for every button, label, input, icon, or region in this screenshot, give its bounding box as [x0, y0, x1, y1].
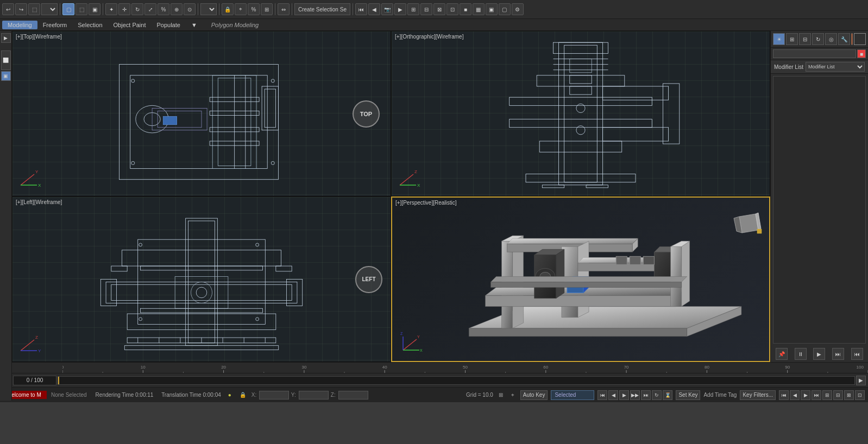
viewport-perspective-axes: Y X Z: [398, 328, 425, 356]
render-scene-btn[interactable]: ▢: [499, 3, 511, 15]
render-frame-btn[interactable]: ▣: [486, 3, 498, 15]
viewport-ortho[interactable]: [+][Orthographic][Wireframe]: [391, 31, 770, 196]
tl-right-arrow[interactable]: ▶: [856, 376, 866, 385]
percent-snap-btn[interactable]: %: [248, 3, 260, 15]
menu-modeling[interactable]: Modeling: [2, 21, 37, 29]
extra-btn[interactable]: ⚙: [512, 3, 524, 15]
extra-anim-5[interactable]: ⊞: [822, 390, 832, 400]
modifier-list-dropdown[interactable]: Modifier List: [806, 62, 865, 72]
menu-freeform[interactable]: Freeform: [37, 21, 73, 29]
window-crossing-btn[interactable]: ▣: [89, 3, 100, 15]
region-select-btn[interactable]: ⬚: [76, 3, 87, 15]
rp-color2-icon[interactable]: [854, 33, 866, 45]
z-label: Z:: [331, 392, 337, 398]
lt-box1-btn[interactable]: ⬜: [1, 50, 11, 70]
extra-anim-3[interactable]: ▶: [801, 390, 810, 400]
menu-selection[interactable]: Selection: [72, 21, 108, 29]
view-render-btn[interactable]: ⊠: [433, 3, 445, 15]
ml-pin-btn[interactable]: 📌: [776, 348, 788, 360]
select-filter-btn[interactable]: ✦: [105, 3, 117, 15]
render-set-btn[interactable]: ⊡: [446, 3, 458, 15]
lt-box2-btn[interactable]: ▣: [1, 71, 11, 81]
set-key-btn[interactable]: Set Key: [676, 390, 700, 400]
right-panel-icons: ☀ ⊞ ⊟ ↻ ◎ 🔧: [771, 31, 868, 48]
rotate-btn[interactable]: ↻: [131, 3, 143, 15]
svg-rect-29: [510, 97, 652, 105]
svg-text:50: 50: [463, 365, 468, 370]
extra-anim-2[interactable]: ◀: [790, 390, 800, 400]
viewport-left[interactable]: [+][Left][Wireframe]: [12, 196, 391, 362]
spinner-snap-btn[interactable]: ⊞: [261, 3, 273, 15]
play-first-btn[interactable]: ⏮: [355, 3, 367, 15]
y-input[interactable]: [299, 391, 329, 399]
color-swatch[interactable]: [851, 33, 853, 45]
extra-anim-6[interactable]: ⊟: [833, 390, 843, 400]
translation-time-label: Translation Time 0:00:04: [161, 392, 221, 398]
menu-object-paint[interactable]: Object Paint: [108, 21, 152, 29]
angle-snap-btn[interactable]: ⌖: [235, 3, 247, 15]
rp-display-icon[interactable]: ◎: [825, 33, 837, 45]
grid-icon[interactable]: ⊞: [496, 391, 505, 399]
render3-btn[interactable]: ⊟: [420, 3, 432, 15]
timeline-track[interactable]: [58, 376, 855, 385]
render-btn[interactable]: ▶: [394, 3, 406, 15]
render2-btn[interactable]: ⊞: [407, 3, 419, 15]
modifier-list-buttons: 📌 ⏸ ▶ ⏭ ⏮: [771, 346, 868, 362]
show-mats-btn[interactable]: ▦: [473, 3, 485, 15]
anim-last-btn[interactable]: ⏭: [641, 390, 651, 400]
mats-btn[interactable]: ■: [460, 3, 471, 15]
color-input[interactable]: [773, 49, 856, 58]
ml-delete-btn[interactable]: ⏮: [851, 348, 863, 360]
auto-key-btn[interactable]: Auto Key: [520, 390, 548, 400]
rp-light-icon[interactable]: ☀: [773, 33, 785, 45]
filter-dropdown[interactable]: All: [41, 3, 58, 15]
anim-first-btn[interactable]: ⏮: [597, 390, 607, 400]
rp-utility-icon[interactable]: 🔧: [838, 33, 850, 45]
ml-collapse-btn[interactable]: ⏭: [832, 348, 844, 360]
x-input[interactable]: [259, 391, 289, 399]
play-prev-btn[interactable]: ◀: [368, 3, 380, 15]
menu-extra-dropdown[interactable]: ▼: [186, 21, 203, 29]
anim-time-btn[interactable]: ⌛: [663, 390, 672, 400]
frame-counter[interactable]: 0 / 100: [13, 376, 56, 385]
z-input[interactable]: [338, 391, 368, 399]
svg-text:Z: Z: [414, 169, 417, 174]
bulb-icon[interactable]: ●: [225, 391, 234, 399]
percent-btn[interactable]: %: [158, 3, 169, 15]
view-dropdown[interactable]: View: [200, 3, 217, 15]
rp-motion-icon[interactable]: ↻: [812, 33, 824, 45]
scene-icon[interactable]: ⬚: [28, 3, 40, 15]
nav-cube[interactable]: [731, 208, 764, 241]
extra-anim-4[interactable]: ⏭: [812, 390, 821, 400]
scale-btn[interactable]: ⤢: [144, 3, 156, 15]
ref-coord-btn[interactable]: ⊕: [171, 3, 183, 15]
menu-populate[interactable]: Populate: [151, 21, 185, 29]
magnet-icon[interactable]: ⌖: [508, 391, 517, 399]
viewport-top[interactable]: [+][Top][Wireframe]: [12, 31, 391, 196]
camera-btn[interactable]: 📷: [381, 3, 393, 15]
create-selection-btn[interactable]: Create Selection Se: [294, 3, 350, 15]
rp-hierarchy-icon[interactable]: ⊟: [799, 33, 811, 45]
viewport-perspective[interactable]: [+][Perspective][Realistic]: [391, 196, 770, 362]
mirror-btn[interactable]: ⇔: [278, 3, 290, 15]
extra-anim-8[interactable]: ⊡: [855, 390, 865, 400]
rp-modifier-icon[interactable]: ⊞: [786, 33, 798, 45]
anim-loop-btn[interactable]: ↻: [652, 390, 662, 400]
key-filters-btn[interactable]: Key Filters...: [740, 390, 776, 400]
ml-copy-btn[interactable]: ⏸: [795, 348, 807, 360]
select-btn[interactable]: ▢: [62, 3, 74, 15]
lt-play-btn[interactable]: ▶: [1, 33, 11, 43]
lock-icon[interactable]: 🔒: [238, 391, 247, 399]
move-btn[interactable]: ✛: [118, 3, 130, 15]
redo-btn[interactable]: ↪: [15, 3, 27, 15]
extra-anim-7[interactable]: ⊠: [844, 390, 854, 400]
anim-play-btn[interactable]: ▶: [619, 390, 629, 400]
snap-btn[interactable]: 🔒: [222, 3, 234, 15]
ml-paste-btn[interactable]: ▶: [813, 348, 825, 360]
undo-btn[interactable]: ↩: [2, 3, 14, 15]
anim-prev-btn[interactable]: ◀: [608, 390, 618, 400]
pivot-btn[interactable]: ⊙: [184, 3, 196, 15]
anim-next-btn[interactable]: ▶▶: [630, 390, 640, 400]
extra-anim-1[interactable]: ⏮: [779, 390, 789, 400]
color-pick-icon[interactable]: ■: [857, 49, 866, 58]
